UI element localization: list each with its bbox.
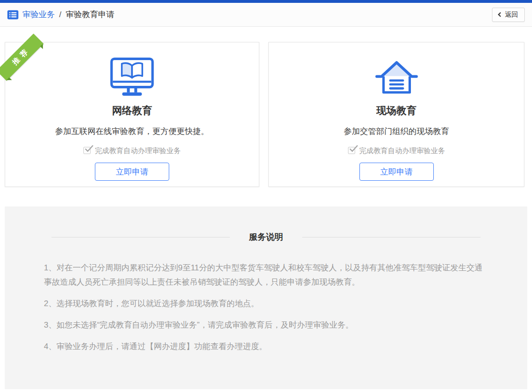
divider-line xyxy=(51,237,230,237)
back-button[interactable]: 返回 xyxy=(492,8,525,22)
checkbox-label: 完成教育自动办理审验业务 xyxy=(359,145,445,155)
service-note-item: 3、如您未选择“完成教育自动办理审验业务”，请完成审验教育后，及时办理审验业务。 xyxy=(44,318,488,332)
card-title: 现场教育 xyxy=(377,104,417,117)
checkbox-box[interactable] xyxy=(348,147,355,154)
checkbox-label: 完成教育自动办理审验业务 xyxy=(95,145,181,155)
checkbox-box[interactable] xyxy=(83,147,91,154)
breadcrumb-current-page: 审验教育申请 xyxy=(66,9,114,20)
service-note-item: 2、选择现场教育时，您可以就近选择参加现场教育的地点。 xyxy=(44,297,488,311)
monitor-open-book-icon xyxy=(107,57,157,98)
chevron-left-icon xyxy=(498,12,503,17)
card-title: 网络教育 xyxy=(112,104,152,117)
divider-line xyxy=(302,237,481,237)
auto-process-checkbox[interactable]: 完成教育自动办理审验业务 xyxy=(83,145,181,155)
service-notes-section: 服务说明 1、对在一个记分周期内累积记分达到9至11分的大中型客货车驾驶人和校车… xyxy=(5,206,527,389)
service-notes-list: 1、对在一个记分周期内累积记分达到9至11分的大中型客货车驾驶人和校车驾驶人，以… xyxy=(44,261,488,354)
service-notes-header: 服务说明 xyxy=(51,231,481,243)
check-icon xyxy=(349,144,358,153)
card-onsite-education: 现场教育 参加交管部门组织的现场教育 完成教育自动办理审验业务 立即申请 xyxy=(268,42,524,187)
service-note-item: 4、审验业务办理后，请通过【网办进度】功能查看办理进度。 xyxy=(44,340,488,354)
check-icon xyxy=(84,144,94,153)
service-notes-title: 服务说明 xyxy=(249,231,283,243)
card-online-education: 推荐 网络教育 参加互联网在线审验教育，更方便更快捷。 完成教育自动办理审验业务… xyxy=(5,42,259,187)
list-icon xyxy=(7,10,19,20)
service-note-item: 1、对在一个记分周期内累积记分达到9至11分的大中型客货车驾驶人和校车驾驶人，以… xyxy=(44,261,488,289)
card-description: 参加交管部门组织的现场教育 xyxy=(344,126,449,137)
auto-process-checkbox[interactable]: 完成教育自动办理审验业务 xyxy=(348,145,445,155)
page-header: 审验业务 / 审验教育申请 返回 xyxy=(0,3,532,27)
apply-now-button-online[interactable]: 立即申请 xyxy=(95,163,169,181)
apply-now-button-onsite[interactable]: 立即申请 xyxy=(359,163,434,181)
recommend-ribbon: 推荐 xyxy=(0,34,43,81)
back-button-label: 返回 xyxy=(505,10,518,19)
breadcrumb-link-inspection-business[interactable]: 审验业务 xyxy=(22,9,55,20)
card-description: 参加互联网在线审验教育，更方便更快捷。 xyxy=(55,126,209,137)
house-list-icon xyxy=(373,57,420,98)
breadcrumb-separator: / xyxy=(59,10,61,20)
breadcrumb: 审验业务 / 审验教育申请 xyxy=(7,9,114,20)
